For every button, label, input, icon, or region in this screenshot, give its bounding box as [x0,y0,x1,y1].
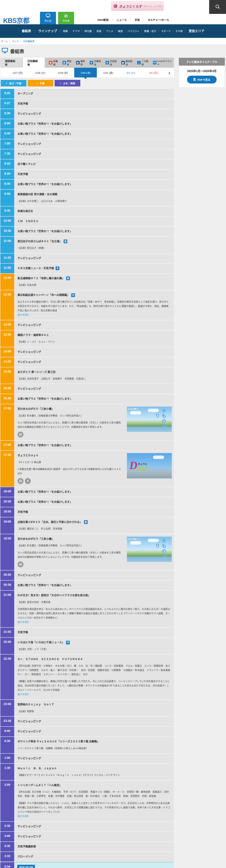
date-tab-1[interactable]: 1/28 (火) [29,68,52,78]
website-icon[interactable] [18,478,24,484]
legend-item-6: 二二カ国語 [137,59,150,66]
quick-link-1[interactable]: ニュース [113,18,131,22]
tab-radio[interactable]: ラジオ [58,12,74,24]
pdf-button[interactable]: PDFで見る [187,76,217,84]
tab-weekly-schedule[interactable]: 週間番組表 [0,58,22,68]
program-title: 天気予報 [18,510,171,514]
legend-mark-icon: 解 [121,61,125,64]
nav-item-12[interactable]: 受信エリア [185,29,208,33]
yarn-ball-icon [114,4,117,8]
program-cell: テレビショッピング [15,727,174,736]
legend-item-7: SS5.1chサラウンド [153,59,174,66]
date-tab-6[interactable]: 2/2 (日) [142,68,165,78]
tab-daily-schedule[interactable]: 日別番組表 [23,58,45,68]
read-more-link[interactable]: 続きを読む [18,692,29,696]
program-cast: 【出演】星島沙也加 大貫彩香 [18,600,171,604]
nav-item-11[interactable]: その他 [173,29,185,33]
nav-item-9[interactable]: 教養・紀行 [142,29,159,33]
program-time: 11:00 [0,237,15,253]
nav-item-6[interactable]: アニメ [104,29,116,33]
date-tab-5[interactable]: 2/1 (土) [119,68,142,78]
nav-item-10[interactable]: スポーツ [159,29,173,33]
read-more-link[interactable]: 続きを読む [18,814,29,818]
x-twitter-icon[interactable]: X [25,478,31,484]
program-title: 黒谷和紙応援キャンペーン「布への挑戦篇」字 [18,293,171,297]
program-description: 日本屈指の湧出量を誇る「おんせん県おおいた」のハイクラスな宿泊施設を巡る、いつも… [18,607,171,624]
program-title: 牧野裕のＥｎｊｏｙ Ｇｏｌｆ [18,703,171,707]
program-row: 9:30快適な毎日を [0,207,174,216]
nav-item-5[interactable]: 音楽 [94,29,104,33]
program-time: 5:25 [0,89,15,99]
program-cell: お買い物プラス「世界の“！”をお届けします」 [15,497,174,507]
program-row: 14:30テレビショッピング [0,357,174,367]
date-tab-3[interactable]: 1/30 (木) [74,68,97,78]
program-title: テレビショッピング [18,730,171,734]
quick-link-0[interactable]: SNS/配信 [93,18,113,22]
media-tabs: テレビ ラジオ [40,12,74,24]
nav-item-0[interactable]: 番組表 [18,29,35,33]
program-description: ▽京都文化賞▽寒中訓練納め試合▽綾部市 自分さがしができる寺▽京都新世代いけばな… [18,467,122,476]
legend-label: 解説放送 [126,59,135,66]
breadcrumb-item-2[interactable]: 日別番組表 [23,39,35,43]
program-cell: テレビショッピング [15,717,174,726]
date-tab-0[interactable]: 1/27 (月) [6,68,29,78]
program-time: 16:30 [0,394,15,404]
tab-tv[interactable]: テレビ [40,12,56,24]
period-button-1[interactable]: ∨午後 [28,80,53,87]
program-cell: 京の水ものがたり「三条小橋」【出演】鈴木康久（京都産業大学教授 カッパ研究会世話… [15,534,174,570]
period-button-0[interactable]: ∨あさ・午前 [1,80,26,87]
program-cell: お買い物プラス「世界の“！”をお届けします」 [15,119,174,129]
read-more-link[interactable]: 続きを読む [18,620,29,624]
website-icon[interactable] [18,561,24,567]
program-row: 5:30テレビショッピング [0,109,174,119]
program-time: 3:30 [0,842,15,851]
program-row: 5:27天気予報 [0,99,174,109]
nav-item-4[interactable]: 時代劇 [82,29,94,33]
nav-item-7[interactable]: 報道 [116,29,125,33]
breadcrumb-item-0[interactable]: ホーム [1,39,11,43]
program-row: 3:00テレビショッピング [0,832,174,842]
kbs-logo[interactable]: KBS京都 [3,15,29,25]
program-cell: 原日出子の京さんぽ＃４３「五辻通」再【出演】原日出子（俳優） [15,237,174,253]
program-cell: テレビショッピング [15,357,174,367]
read-more-link[interactable]: 続きを読む [18,313,29,317]
program-time: 2:30 [0,822,15,831]
program-row: 17:00京の水ものがたり「三条小橋」【出演】鈴木康久（京都産業大学教授 カッパ… [0,404,174,441]
date-tab-4[interactable]: 1/31 (金) [97,68,119,78]
program-cell: お買い物プラス「世界の“！”をお届けします」 [15,487,174,497]
program-time: 0:00 [0,727,15,736]
program-time: 18:00 [0,487,15,497]
program-title: 原日出子の京さんぽ＃４３「五辻通」再 [18,239,171,243]
quick-link-2[interactable]: 天気 [131,18,144,22]
date-tab-2[interactable]: 1/29 (水) [52,68,74,78]
page-title-text: 番組表 [10,48,24,55]
program-cell: 新歌謡曲の匠 男の演歌・女の演歌【出演】みやま健二 山口ひろみ 小野寺陽介 [15,190,174,206]
quick-link-3[interactable]: カルチャー/ホール [144,18,173,22]
nav-item-8[interactable]: バラエティ [125,29,142,33]
nav-item-2[interactable]: 情報 [61,29,70,33]
timetable-box: テレビ基本タイムテーブル 2025年1月～2025年3月 PDFで見る [179,58,225,88]
program-cell: お買い物プラス「世界の“！”をお届けします」 [15,129,174,139]
breadcrumb-item-1[interactable]: テレビ [12,39,22,43]
program-time: 12:00 [0,274,15,290]
program-row: 21:00わがまま！気まま！旅気分「大分のハイクラスな宿を巡る旅」【出演】星島沙… [0,591,174,627]
sidebar: テレビ基本タイムテーブル 2025年1月～2025年3月 PDFで見る [179,58,225,88]
search-button[interactable] [209,0,226,14]
program-cell: 天気予報 [15,627,174,637]
website-icon[interactable] [18,432,24,437]
period-button-2[interactable]: ∨よる・深夜 [55,80,80,87]
program-cell: テレビショッピング [15,109,174,119]
next-week-arrow[interactable]: › [165,68,174,78]
program-row: 22:30Ｄｒ．ＳＴＯＮＥ ＳＣＩＥＮＣＥ ＦＵＴＵＲＥ＃４【声の出演】石神千空… [0,654,174,700]
kyoto-kurasu-banner[interactable]: きょうとくらす 京のくらし、もっと楽しく [111,1,163,11]
program-row: 11:00原日出子の京さんぽ＃４３「五辻通」再【出演】原日出子（俳優） [0,237,174,253]
nav-item-1[interactable]: ラインナップ [35,29,61,33]
program-title: お買い物プラス「世界の“！”をお届けします」 [18,132,171,136]
program-row: 20:00テレビショッピング [0,570,174,581]
program-cell: いろはに千鳥「いろはに千鳥ニュース」字【出演】大悟・ノブ（千鳥） [15,638,174,654]
nav-item-3[interactable]: ドラマ [70,29,82,33]
program-time: 16:00 [0,384,15,394]
program-row: 8:29天気予報 [0,169,174,180]
program-time: 19:00 [0,517,15,534]
program-cast: 【出演】水前寺清子 山岡久乃 和泉雅子 沢田雅美 石坂浩二 [18,377,171,381]
